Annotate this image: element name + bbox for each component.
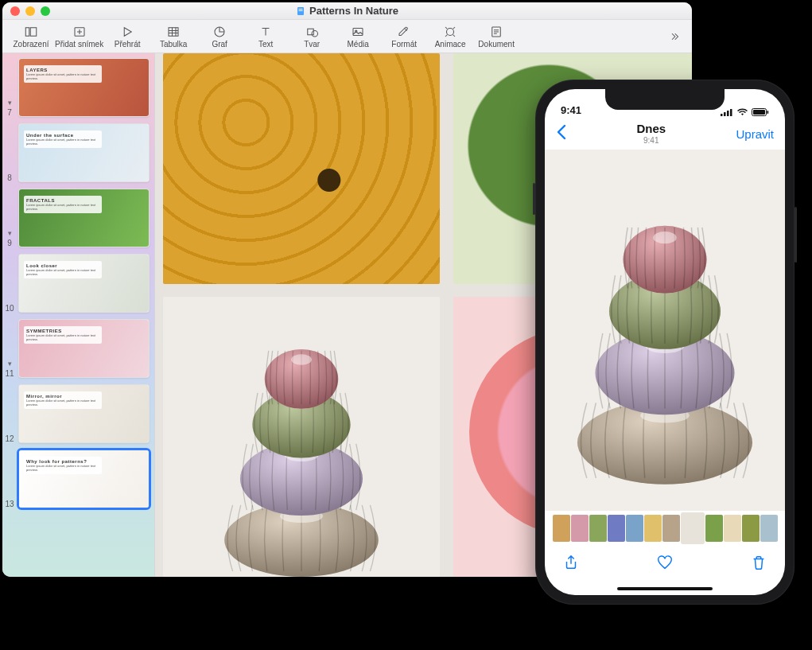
- photo-viewer[interactable]: [545, 150, 785, 511]
- play-icon: [120, 25, 134, 39]
- svg-rect-20: [753, 110, 765, 115]
- toolbar-label: Média: [348, 40, 369, 49]
- shape-icon: [305, 25, 319, 39]
- svg-point-14: [291, 354, 312, 364]
- svg-rect-16: [724, 112, 726, 116]
- document-icon: [296, 6, 305, 16]
- trash-icon: [750, 554, 767, 571]
- status-time: 9:41: [561, 104, 581, 116]
- table-icon: [166, 25, 181, 39]
- format-icon: [397, 25, 411, 39]
- slide-thumbnail-8[interactable]: 8 Under the surface Lorem ipsum dolor si…: [4, 123, 150, 182]
- filmstrip-thumb[interactable]: [662, 515, 680, 542]
- toolbar-play-button[interactable]: Přehrát: [105, 21, 150, 53]
- svg-point-33: [653, 232, 676, 243]
- slide-thumbnail-7[interactable]: ▾7 LAYERS Lorem ipsum dolor sit amet, pa…: [4, 58, 150, 117]
- toolbar-table-button[interactable]: Tabulka: [151, 21, 196, 53]
- canvas-image-urchins[interactable]: [163, 297, 440, 577]
- signal-icon: [721, 108, 733, 116]
- filmstrip-thumb[interactable]: [608, 515, 625, 542]
- animate-icon: [443, 25, 457, 39]
- toolbar-more-button[interactable]: [663, 21, 686, 53]
- canvas-image-honeycomb[interactable]: [163, 53, 440, 284]
- disclosure-triangle-icon[interactable]: ▾: [8, 99, 12, 107]
- filmstrip-thumb[interactable]: [760, 515, 778, 542]
- chevron-left-icon: [556, 124, 566, 140]
- window-title: Patterns In Nature: [2, 5, 692, 17]
- slide-number: 7: [7, 108, 12, 117]
- toolbar-media-button[interactable]: Média: [336, 21, 380, 53]
- svg-rect-18: [730, 109, 732, 116]
- battery-icon: [752, 108, 769, 116]
- toolbar-label: Graf: [212, 40, 227, 49]
- delete-button[interactable]: [750, 554, 767, 574]
- slide-thumbnail-10[interactable]: 10 Look closer Lorem ipsum dolor sit ame…: [4, 254, 150, 313]
- heart-icon: [656, 554, 674, 571]
- slide-number: 9: [7, 239, 12, 247]
- toolbar-format-button[interactable]: Formát: [382, 21, 426, 53]
- toolbar-label: Animace: [435, 40, 466, 49]
- slide-number: 10: [5, 304, 14, 313]
- toolbar-label: Text: [258, 40, 273, 49]
- toolbar-label: Zobrazení: [13, 40, 49, 49]
- iphone-screen: 9:41: [545, 89, 785, 595]
- back-button[interactable]: [556, 124, 566, 143]
- toolbar: Zobrazení Přidat snímek Přehrát Tabulka …: [2, 20, 692, 53]
- svg-rect-15: [721, 114, 723, 116]
- text-icon: [258, 25, 273, 39]
- slide-number: 11: [5, 369, 14, 378]
- home-indicator[interactable]: [545, 582, 785, 595]
- iphone-device: 9:41: [535, 80, 795, 605]
- slide-thumbnail-11[interactable]: ▾11 SYMMETRIES Lorem ipsum dolor sit ame…: [4, 319, 150, 378]
- add-slide-icon: [72, 25, 87, 39]
- disclosure-triangle-icon[interactable]: ▾: [8, 360, 12, 368]
- wifi-icon: [736, 108, 748, 116]
- media-icon: [351, 25, 365, 39]
- toolbar-animate-button[interactable]: Animace: [428, 21, 472, 53]
- nav-title: Dnes 9:41: [636, 123, 666, 145]
- toolbar-view-button[interactable]: Zobrazení: [9, 21, 53, 53]
- filmstrip-thumb[interactable]: [742, 515, 760, 542]
- slide-thumbnail-9[interactable]: ▾9 FRACTALS Lorem ipsum dolor sit amet, …: [4, 189, 150, 247]
- filmstrip-thumb[interactable]: [681, 512, 705, 544]
- toolbar-label: Přidat snímek: [55, 40, 103, 49]
- filmstrip-thumb[interactable]: [724, 515, 741, 542]
- iphone-notch: [605, 89, 725, 110]
- slide-number: 13: [5, 500, 14, 508]
- svg-rect-21: [767, 111, 769, 114]
- slide-navigator[interactable]: ▾7 LAYERS Lorem ipsum dolor sit amet, pa…: [2, 53, 155, 577]
- toolbar-label: Tvar: [304, 40, 320, 49]
- chart-icon: [212, 25, 227, 39]
- toolbar-label: Formát: [391, 40, 417, 49]
- slide-thumbnail-13[interactable]: 13 Why look for patterns? Lorem ipsum do…: [4, 450, 150, 508]
- toolbar-add-slide-button[interactable]: Přidat snímek: [55, 21, 103, 53]
- document-icon: [489, 25, 503, 39]
- filmstrip-thumb[interactable]: [626, 515, 643, 542]
- filmstrip-thumb[interactable]: [589, 515, 607, 542]
- share-button[interactable]: [562, 554, 580, 574]
- edit-button[interactable]: Upravit: [736, 127, 774, 141]
- filmstrip-thumb[interactable]: [705, 515, 723, 542]
- filmstrip-thumb[interactable]: [571, 515, 589, 542]
- svg-rect-1: [299, 9, 303, 10]
- share-icon: [562, 554, 580, 571]
- toolbar-chart-button[interactable]: Graf: [197, 21, 242, 53]
- view-icon: [24, 25, 38, 39]
- toolbar-document-button[interactable]: Dokument: [474, 21, 519, 53]
- toolbar-text-button[interactable]: Text: [243, 21, 288, 53]
- chevron-double-right-icon: [667, 29, 682, 44]
- photo-filmstrip[interactable]: [545, 511, 785, 546]
- favorite-button[interactable]: [656, 554, 674, 574]
- filmstrip-thumb[interactable]: [644, 515, 662, 542]
- toolbar-label: Dokument: [478, 40, 515, 49]
- toolbar-label: Tabulka: [160, 40, 187, 49]
- toolbar-shape-button[interactable]: Tvar: [289, 21, 334, 53]
- slide-number: 8: [7, 173, 12, 182]
- slide-thumbnail-12[interactable]: 12 Mirror, mirror Lorem ipsum dolor sit …: [4, 384, 150, 443]
- svg-rect-2: [299, 10, 303, 11]
- mac-titlebar: Patterns In Nature: [2, 2, 692, 20]
- photos-toolbar: [545, 546, 785, 582]
- disclosure-triangle-icon[interactable]: ▾: [8, 229, 12, 237]
- slide-number: 12: [5, 434, 14, 443]
- filmstrip-thumb[interactable]: [553, 515, 570, 542]
